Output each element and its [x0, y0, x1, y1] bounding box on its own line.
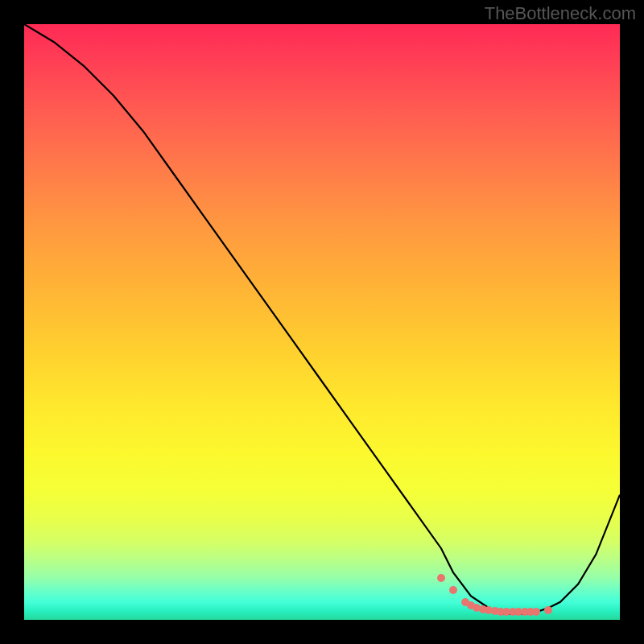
optimal-markers-layer	[24, 24, 620, 620]
optimal-marker	[544, 606, 552, 614]
chart-plot-area	[24, 24, 620, 620]
watermark-text: TheBottleneck.com	[485, 3, 636, 24]
optimal-marker	[449, 586, 457, 594]
optimal-marker	[437, 574, 445, 582]
optimal-marker	[532, 608, 540, 616]
